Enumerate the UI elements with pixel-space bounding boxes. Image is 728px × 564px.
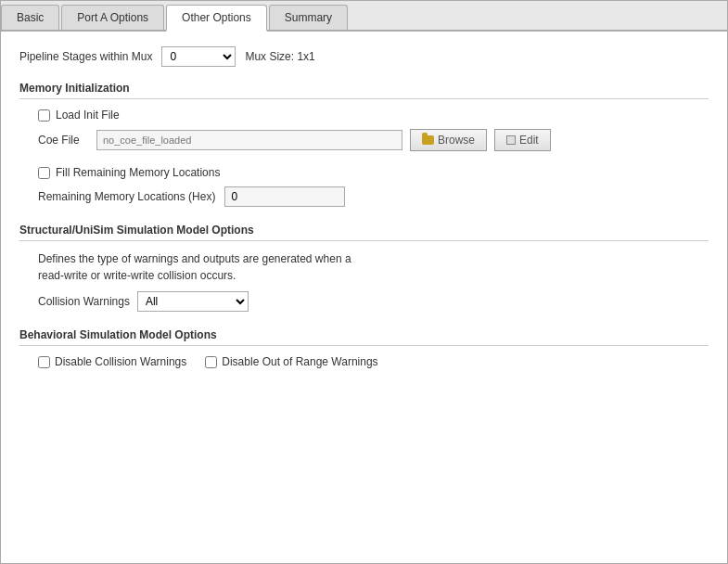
load-init-file-label: Load Init File [56,109,120,122]
browse-button[interactable]: Browse [410,129,487,151]
disable-collision-checkbox[interactable] [38,356,50,368]
remaining-memory-input[interactable] [224,186,345,207]
coe-file-row: Coe File Browse Edit [19,129,709,151]
load-init-file-row: Load Init File [19,109,709,122]
disable-collision-label: Disable Collision Warnings [55,355,186,368]
collision-warnings-select[interactable]: All Warning Generate X None [137,291,249,312]
behavioral-header: Behavioral Simulation Model Options [19,328,709,346]
load-init-file-checkbox[interactable] [38,109,50,122]
fill-remaining-row: Fill Remaining Memory Locations [19,166,709,179]
structural-header: Structural/UniSim Simulation Model Optio… [19,224,709,241]
structural-desc-line2: read-write or write-write collision occu… [38,267,709,284]
pencil-icon [506,135,516,145]
tab-port-a[interactable]: Port A Options [61,5,164,30]
collision-warnings-label: Collision Warnings [38,295,130,308]
collision-warnings-row: Collision Warnings All Warning Generate … [19,291,709,312]
browse-label: Browse [438,134,475,147]
structural-section: Structural/UniSim Simulation Model Optio… [19,224,709,312]
pipeline-stages-row: Pipeline Stages within Mux 0 1 2 Mux Siz… [19,46,709,67]
behavioral-options-row: Disable Collision Warnings Disable Out o… [19,355,709,368]
fill-remaining-label: Fill Remaining Memory Locations [56,166,220,179]
memory-init-header: Memory Initialization [19,82,709,99]
tab-basic[interactable]: Basic [1,5,59,30]
structural-description: Defines the type of warnings and outputs… [19,250,709,284]
tab-summary[interactable]: Summary [269,5,348,30]
pipeline-stages-label: Pipeline Stages within Mux [19,50,152,63]
remaining-memory-label: Remaining Memory Locations (Hex) [38,190,215,203]
mux-size-label: Mux Size: 1x1 [245,50,314,63]
memory-init-section: Memory Initialization Load Init File Coe… [19,82,709,207]
disable-collision-item: Disable Collision Warnings [38,355,186,368]
coe-file-input[interactable] [96,130,402,150]
tab-content: Pipeline Stages within Mux 0 1 2 Mux Siz… [1,32,727,400]
coe-file-label: Coe File [38,134,89,147]
fill-remaining-checkbox[interactable] [38,167,50,179]
tab-other-options[interactable]: Other Options [166,5,267,32]
edit-button[interactable]: Edit [494,129,551,151]
main-window: Basic Port A Options Other Options Summa… [0,0,728,564]
edit-label: Edit [519,134,539,147]
disable-range-item: Disable Out of Range Warnings [205,355,377,368]
structural-desc-line1: Defines the type of warnings and outputs… [38,250,709,267]
tab-bar: Basic Port A Options Other Options Summa… [1,1,727,32]
folder-icon [422,135,434,145]
remaining-memory-row: Remaining Memory Locations (Hex) [19,186,709,207]
disable-range-label: Disable Out of Range Warnings [222,355,377,368]
behavioral-section: Behavioral Simulation Model Options Disa… [19,328,709,368]
disable-range-checkbox[interactable] [205,356,217,368]
pipeline-stages-select[interactable]: 0 1 2 [161,46,236,67]
